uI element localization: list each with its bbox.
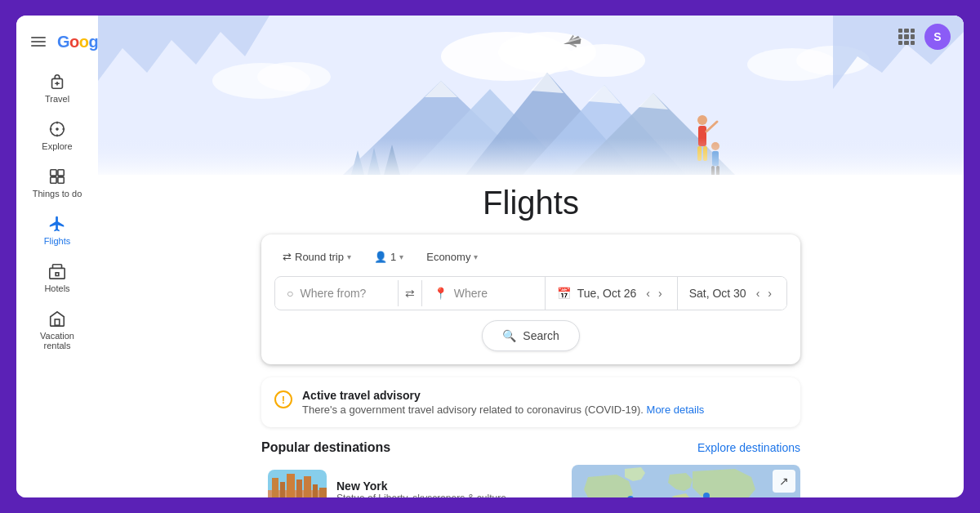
circle-icon: ○ (287, 287, 293, 300)
svg-rect-50 (313, 484, 318, 497)
hotel-icon (48, 262, 66, 280)
search-button[interactable]: 🔍 Search (482, 320, 579, 351)
search-icon: 🔍 (502, 329, 516, 342)
depart-date-label: Tue, Oct 26 (577, 287, 637, 300)
svg-rect-49 (304, 476, 311, 497)
where-from-placeholder: Where from? (300, 287, 366, 300)
advisory-icon: ! (274, 390, 292, 408)
sidebar-item-flights-label: Flights (44, 236, 70, 246)
search-fields: ○ Where from? ⇄ 📍 Where 📅 Tue, Oct 26 ‹ … (274, 276, 787, 310)
trip-type-label: Round trip (295, 251, 344, 263)
where-to-field[interactable]: 📍 Where (422, 279, 545, 308)
search-box: ⇄ Round trip ▾ 👤 1 ▾ Economy ▾ (261, 234, 800, 364)
svg-rect-47 (287, 474, 295, 497)
world-map-svg (572, 465, 800, 497)
calendar-icon: 📅 (557, 287, 571, 300)
return-next-button[interactable]: › (764, 285, 775, 301)
hamburger-menu-icon[interactable] (26, 32, 51, 51)
depart-date-field[interactable]: 📅 Tue, Oct 26 ‹ › (545, 277, 677, 310)
destinations-grid: New York Statue of Liberty, skyscrapers … (261, 465, 800, 497)
advisory-title: Active travel advisory (302, 389, 704, 402)
svg-rect-45 (272, 478, 278, 497)
destination-item-nyc[interactable]: New York Statue of Liberty, skyscrapers … (261, 465, 562, 497)
svg-rect-5 (51, 170, 56, 176)
advisory-text: There's a government travel advisory rel… (302, 404, 704, 416)
where-to-placeholder: Where (454, 287, 488, 300)
page-title: Flights (98, 185, 964, 221)
trip-type-button[interactable]: ⇄ Round trip ▾ (274, 248, 359, 266)
svg-rect-48 (296, 480, 302, 497)
apps-grid-icon[interactable] (898, 29, 915, 45)
depart-prev-button[interactable]: ‹ (643, 285, 653, 301)
svg-rect-6 (58, 170, 64, 176)
svg-rect-11 (55, 319, 60, 325)
return-prev-button[interactable]: ‹ (753, 285, 764, 301)
advisory-content: Active travel advisory There's a governm… (302, 389, 704, 416)
destinations-title: Popular destinations (261, 440, 390, 455)
person-icon: 👤 (374, 251, 387, 263)
sidebar-item-flights[interactable]: Flights (24, 207, 90, 254)
svg-rect-46 (280, 482, 285, 497)
sidebar-item-hotels[interactable]: Hotels (24, 254, 90, 301)
sidebar-item-vacation-rentals[interactable]: Vacation rentals (24, 301, 90, 359)
passengers-label: 1 (390, 251, 396, 263)
svg-rect-10 (56, 273, 59, 276)
sidebar-item-travel[interactable]: Travel (24, 65, 90, 112)
svg-point-17 (257, 62, 331, 91)
search-button-wrap: 🔍 Search (274, 320, 787, 351)
sidebar-item-things-to-do[interactable]: Things to do (24, 159, 90, 207)
nyc-info: New York Statue of Liberty, skyscrapers … (336, 480, 555, 497)
sidebar-item-explore-label: Explore (42, 141, 72, 151)
depart-next-button[interactable]: › (655, 285, 666, 301)
return-date-label: Sat, Oct 30 (689, 287, 746, 300)
nyc-description: Statue of Liberty, skyscrapers & culture (336, 493, 555, 497)
sidebar-item-things-label: Things to do (33, 189, 82, 199)
nyc-name: New York (336, 480, 555, 493)
destination-list: New York Statue of Liberty, skyscrapers … (261, 465, 562, 497)
plane-icon (48, 215, 66, 233)
chevron-down-icon-3: ▾ (474, 252, 478, 261)
return-date-nav: ‹ › (753, 285, 775, 301)
sidebar-item-travel-label: Travel (45, 94, 69, 104)
svg-rect-51 (319, 488, 327, 497)
swap-button[interactable]: ⇄ (398, 280, 422, 306)
browser-window: Google Travel Expl (16, 16, 964, 497)
svg-rect-42 (98, 138, 964, 175)
hero-illustration (98, 16, 964, 175)
cabin-class-button[interactable]: Economy ▾ (418, 248, 486, 266)
search-button-label: Search (523, 329, 559, 342)
advisory-more-details-link[interactable]: More details (647, 404, 705, 416)
sidebar-item-vacation-label: Vacation rentals (31, 331, 83, 350)
chevron-down-icon: ▾ (347, 252, 351, 261)
sidebar-item-explore[interactable]: Explore (24, 112, 90, 159)
sidebar: Google Travel Expl (16, 16, 98, 497)
explore-destinations-link[interactable]: Explore destinations (697, 441, 800, 454)
compass-icon (48, 120, 66, 138)
suitcase-icon (48, 73, 66, 91)
passengers-button[interactable]: 👤 1 ▾ (366, 248, 412, 266)
sidebar-header: Google (16, 25, 98, 58)
chevron-down-icon-2: ▾ (399, 252, 403, 261)
things-icon (48, 167, 66, 185)
nyc-thumbnail (268, 470, 327, 497)
user-avatar[interactable]: S (924, 24, 951, 50)
map-container[interactable]: ↗ (572, 465, 800, 497)
destinations-section: Popular destinations Explore destination… (261, 440, 800, 497)
cabin-class-label: Economy (426, 251, 470, 263)
hero-svg (98, 16, 964, 175)
svg-point-33 (697, 115, 707, 125)
top-right-controls: S (898, 24, 951, 50)
main-content: S (98, 16, 964, 497)
pin-icon: 📍 (434, 287, 448, 300)
svg-rect-7 (51, 177, 56, 183)
svg-point-4 (56, 128, 58, 130)
return-date-field[interactable]: Sat, Oct 30 ‹ › (677, 277, 786, 310)
svg-rect-8 (58, 177, 64, 183)
map-expand-button[interactable]: ↗ (773, 470, 795, 493)
search-options: ⇄ Round trip ▾ 👤 1 ▾ Economy ▾ (274, 248, 787, 266)
depart-date-nav: ‹ › (643, 285, 665, 301)
advisory-box: ! Active travel advisory There's a gover… (261, 377, 800, 427)
svg-rect-9 (50, 268, 65, 279)
where-from-field[interactable]: ○ Where from? (275, 279, 398, 308)
destinations-header: Popular destinations Explore destination… (261, 440, 800, 455)
